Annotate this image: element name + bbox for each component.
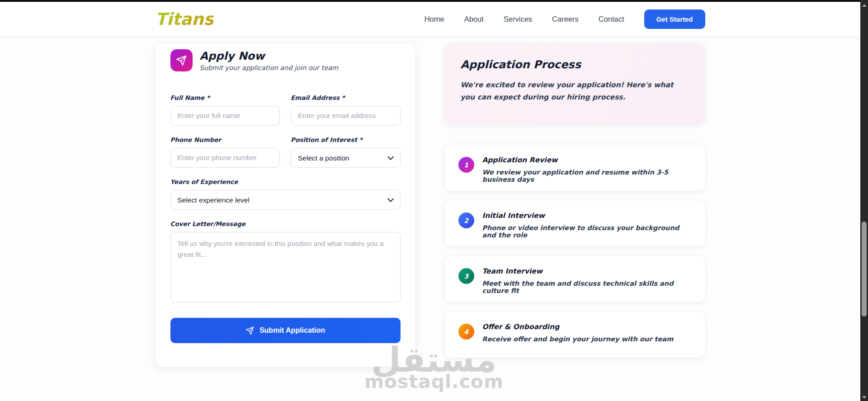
full-name-label: Full Name * xyxy=(170,94,280,101)
form-subtitle: Submit your application and join our tea… xyxy=(200,64,339,71)
step-badge-3: 3 xyxy=(458,268,474,284)
scrollbar-up-button[interactable] xyxy=(860,2,868,9)
send-icon xyxy=(245,326,254,335)
nav-item-careers[interactable]: Careers xyxy=(552,15,579,24)
step-badge-2: 2 xyxy=(458,212,474,228)
scrollbar[interactable] xyxy=(860,0,868,401)
cover-letter-label: Cover Letter/Message xyxy=(170,220,401,227)
step-badge-4: 4 xyxy=(458,324,474,340)
phone-label: Phone Number xyxy=(170,136,280,143)
process-step-2: 2 Initial Interview Phone or video inter… xyxy=(444,200,705,246)
step-title: Application Review xyxy=(482,156,691,164)
scroll-up-icon xyxy=(862,4,867,7)
application-process-card: Application Process We're excited to rev… xyxy=(444,43,705,124)
get-started-button[interactable]: Get Started xyxy=(644,9,705,29)
submit-label: Submit Application xyxy=(259,326,325,335)
process-intro: We're excited to review your application… xyxy=(461,79,689,104)
position-label: Position of Interest * xyxy=(291,136,401,143)
watermark-latin-text: mostaql.com xyxy=(364,371,504,392)
process-step-1: 1 Application Review We review your appl… xyxy=(444,144,705,191)
nav-item-services[interactable]: Services xyxy=(504,15,532,24)
cover-letter-field[interactable] xyxy=(170,232,401,302)
process-title: Application Process xyxy=(461,58,689,71)
full-name-field[interactable] xyxy=(170,106,280,126)
step-title: Offer & Onboarding xyxy=(482,323,674,331)
experience-select-wrap: Select experience level xyxy=(170,190,401,210)
email-field[interactable] xyxy=(291,106,401,126)
nav-item-about[interactable]: About xyxy=(464,15,484,24)
step-badge-1: 1 xyxy=(458,157,474,173)
step-title: Initial Interview xyxy=(482,212,691,220)
email-label: Email Address * xyxy=(291,94,401,101)
process-step-3: 3 Team Interview Meet with the team and … xyxy=(444,255,705,302)
scrollbar-thumb[interactable] xyxy=(862,222,867,316)
position-select-wrap: Select a position xyxy=(291,148,401,168)
step-description: We review your application and resume wi… xyxy=(482,169,691,183)
page-viewport: Titans Home About Services Careers Conta… xyxy=(0,2,860,367)
scroll-down-icon xyxy=(862,396,867,399)
position-select[interactable]: Select a position xyxy=(291,148,401,168)
form-title: Apply Now xyxy=(200,49,339,63)
nav-item-home[interactable]: Home xyxy=(425,15,444,24)
step-title: Team Interview xyxy=(482,267,691,275)
step-description: Phone or video interview to discuss your… xyxy=(482,224,691,239)
browser-top-strip xyxy=(0,0,868,2)
submit-application-button[interactable]: Submit Application xyxy=(170,318,401,343)
main-nav: Home About Services Careers Contact Get … xyxy=(425,9,705,29)
site-header: Titans Home About Services Careers Conta… xyxy=(0,2,860,37)
experience-select[interactable]: Select experience level xyxy=(170,190,401,210)
experience-label: Years of Experience xyxy=(170,178,401,185)
scrollbar-down-button[interactable] xyxy=(860,394,868,401)
nav-item-contact[interactable]: Contact xyxy=(599,15,624,24)
step-description: Meet with the team and discuss technical… xyxy=(482,280,691,294)
phone-field[interactable] xyxy=(170,148,280,168)
process-column: Application Process We're excited to rev… xyxy=(444,43,705,367)
process-step-4: 4 Offer & Onboarding Receive offer and b… xyxy=(444,311,705,358)
apply-form-card: Apply Now Submit your application and jo… xyxy=(156,43,415,367)
step-description: Receive offer and begin your journey wit… xyxy=(482,335,674,343)
send-icon xyxy=(170,49,193,71)
logo[interactable]: Titans xyxy=(156,9,214,29)
